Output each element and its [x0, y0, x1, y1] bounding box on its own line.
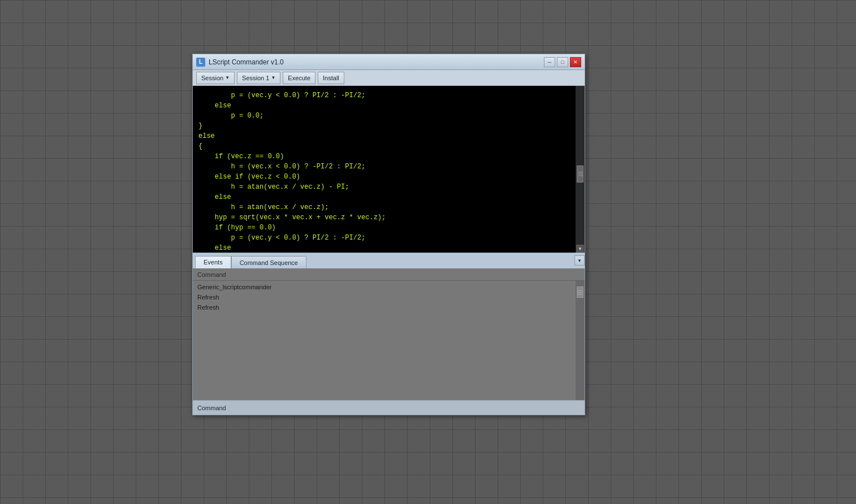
session-menu-button[interactable]: Session ▼	[196, 72, 235, 84]
window-body: p = (vec.y < 0.0) ? PI/2 : -PI/2; else p…	[193, 86, 585, 415]
minimize-button[interactable]: ─	[544, 57, 555, 67]
events-panel: Command Generic_lscriptcommander Refresh…	[193, 268, 585, 400]
events-column-header: Command	[197, 271, 226, 278]
events-scrollbar-track[interactable]	[576, 281, 584, 400]
events-header: Command	[193, 268, 585, 281]
events-list: Generic_lscriptcommander Refresh Refresh	[193, 281, 585, 400]
session1-menu-button[interactable]: Session 1 ▼	[237, 72, 280, 84]
title-buttons: ─ □ ✕	[544, 57, 581, 67]
session-menu-label: Session	[201, 75, 223, 81]
event-item-text-1: Refresh	[197, 294, 219, 301]
grip-line-2	[578, 173, 583, 174]
restore-button[interactable]: □	[557, 57, 568, 67]
scrollbar-thumb[interactable]	[577, 166, 583, 183]
scrollbar-track[interactable]	[576, 86, 584, 245]
session-menu-arrow: ▼	[225, 75, 230, 80]
install-button[interactable]: Install	[318, 72, 344, 84]
command-bar-label: Command	[197, 405, 226, 411]
grip-line-1	[578, 172, 583, 172]
events-scrollbar[interactable]	[576, 281, 585, 400]
events-grip-1	[578, 290, 582, 291]
session1-menu-label: Session 1	[242, 75, 269, 81]
close-button[interactable]: ✕	[570, 57, 581, 67]
session1-menu-arrow: ▼	[271, 75, 275, 80]
code-editor[interactable]: p = (vec.y < 0.0) ? PI/2 : -PI/2; else p…	[193, 86, 585, 253]
tab-events[interactable]: Events	[195, 256, 231, 268]
events-grip-2	[578, 292, 582, 293]
event-item-text-2: Refresh	[197, 304, 219, 311]
list-item[interactable]: Refresh	[193, 292, 585, 302]
events-grip-3	[578, 294, 582, 294]
list-item[interactable]: Generic_lscriptcommander	[193, 282, 585, 292]
code-scrollbar[interactable]: ▼	[576, 86, 585, 253]
tab-command-sequence[interactable]: Command Sequence	[231, 256, 306, 268]
app-icon	[196, 58, 205, 67]
grip-line-3	[578, 175, 583, 176]
list-item[interactable]: Refresh	[193, 302, 585, 312]
tab-bar: Events Command Sequence ▼	[193, 253, 585, 268]
event-item-text-0: Generic_lscriptcommander	[197, 284, 271, 290]
execute-button[interactable]: Execute	[283, 72, 315, 84]
scroll-down-arrow[interactable]: ▼	[576, 245, 584, 253]
command-bar: Command	[193, 400, 585, 415]
events-scrollbar-thumb[interactable]	[577, 286, 583, 298]
title-bar: LScript Commander v1.0 ─ □ ✕	[193, 54, 585, 70]
window-title: LScript Commander v1.0	[209, 58, 284, 66]
tab-dropdown-button[interactable]: ▼	[574, 255, 585, 266]
title-bar-left: LScript Commander v1.0	[196, 58, 284, 67]
toolbar: Session ▼ Session 1 ▼ Execute Install	[193, 70, 585, 86]
code-content: p = (vec.y < 0.0) ? PI/2 : -PI/2; else p…	[193, 86, 585, 253]
scrollbar-grip	[578, 172, 583, 176]
app-window: LScript Commander v1.0 ─ □ ✕ Session ▼ S…	[192, 54, 585, 415]
